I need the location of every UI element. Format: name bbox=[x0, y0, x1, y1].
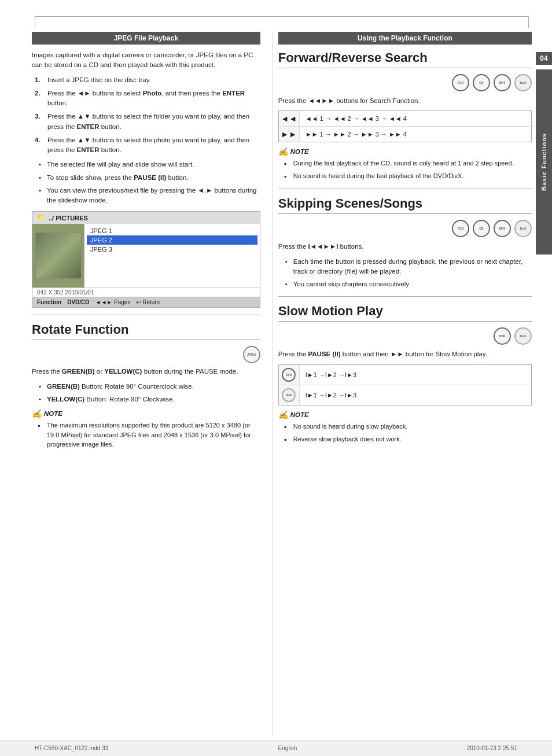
bullet-3: • You can view the previous/next file by… bbox=[39, 186, 260, 206]
fr-note-text-2: No sound is heard during the fast playba… bbox=[293, 171, 464, 182]
jpeg-bullets: • The selected file will play and slide … bbox=[39, 160, 260, 205]
forward-icon-cell: ►► bbox=[279, 127, 300, 142]
step-2: 2. Press the ◄► buttons to select Photo,… bbox=[35, 88, 260, 109]
folder-icon: 📁 bbox=[37, 214, 45, 222]
fb-image-preview bbox=[35, 233, 82, 279]
forward-reverse-intro: Press the ◄◄►► buttons for Search Functi… bbox=[278, 96, 532, 106]
bullet-1: • The selected file will play and slide … bbox=[39, 160, 260, 169]
skipping-cd-icon: CD bbox=[473, 220, 490, 237]
side-tab: Basic Functions bbox=[536, 69, 552, 255]
footer: HT-C550-XAC_0122.indd 33 English 2010-01… bbox=[0, 740, 552, 756]
file-item-jpeg1[interactable]: JPEG 1 bbox=[87, 226, 257, 235]
skipping-divider bbox=[278, 189, 532, 189]
fr-note-bullet-2: ▪ bbox=[284, 171, 293, 182]
rotate-bullet-1: • GREEN(B) Button: Rotate 90° Counterclo… bbox=[39, 382, 260, 392]
jpeg-disc-icon: JPEG bbox=[243, 346, 260, 363]
rotate-note: ✍ NOTE ▪ The maximum resolutions support… bbox=[32, 409, 260, 449]
file-item-jpeg3[interactable]: JPEG 3 bbox=[87, 245, 257, 254]
step-4-text: Press the ▲▼ buttons to select the photo… bbox=[47, 135, 260, 156]
slow-motion-note-label: NOTE bbox=[290, 411, 309, 418]
skipping-mp3-icon: MP3 bbox=[494, 220, 511, 237]
forward-reverse-disc-icons: DVD CD MP3 DivX bbox=[278, 74, 532, 91]
slow-motion-intro: Press the PAUSE (II) button and then ►► … bbox=[278, 349, 532, 359]
fb-function-label[interactable]: Function bbox=[37, 299, 61, 305]
bullet-2: • To stop slide show, press the PAUSE (I… bbox=[39, 173, 260, 183]
rewind-seq: ◄◄ 1 → ◄◄ 2 → ◄◄ 3 → ◄◄ 4 bbox=[300, 112, 413, 125]
side-tab-number: 04 bbox=[536, 52, 552, 65]
forward-reverse-note-label: NOTE bbox=[290, 148, 309, 155]
fb-footer: Function DVD/CD ◄◄► Pages ↩ Return bbox=[32, 297, 260, 307]
rotate-bullet-1-text: GREEN(B) Button: Rotate 90° Counterclock… bbox=[47, 382, 194, 392]
skipping-bullet-2-text: You cannot skip chapters consecutively. bbox=[293, 279, 411, 289]
slow-motion-disc-icons: DVD DivX bbox=[278, 327, 532, 345]
search-row-forward: ►► ►► 1 → ►► 2 → ►► 3 → ►► 4 bbox=[279, 127, 531, 142]
search-row-rewind: ◄◄ ◄◄ 1 → ◄◄ 2 → ◄◄ 3 → ◄◄ 4 bbox=[279, 111, 531, 127]
slow-divx-disc: DivX bbox=[282, 388, 296, 402]
bullet-dot-2: • bbox=[39, 173, 47, 183]
slow-dvd-seq: I►1 →I►2 →I►3 bbox=[300, 368, 362, 381]
slow-dvd-disc: DVD bbox=[282, 368, 296, 382]
rotate-intro: Press the GREEN(B) or YELLOW(C) button d… bbox=[32, 367, 260, 377]
skipping-intro: Press the I◄◄►►I buttons. bbox=[278, 242, 532, 252]
fr-note-bullet-1: ▪ bbox=[284, 158, 293, 169]
skipping-bullet-2: • You cannot skip chapters consecutively… bbox=[285, 279, 532, 289]
footer-page: English bbox=[278, 745, 297, 751]
rotate-note-bullet: ▪ bbox=[38, 421, 47, 449]
rotate-divider bbox=[32, 315, 260, 315]
step-4-num: 4. bbox=[35, 135, 45, 156]
rotate-note-title: ✍ NOTE bbox=[32, 409, 260, 418]
fr-note-item-2: ▪ No sound is heard during the fast play… bbox=[278, 171, 532, 182]
fb-thumbnail bbox=[32, 224, 84, 287]
step-1-num: 1. bbox=[35, 75, 45, 85]
rotate-note-label: NOTE bbox=[44, 410, 62, 417]
skipping-bullet-1-text: Each time the button is pressed during p… bbox=[293, 257, 532, 277]
jpeg-disc-label: JPEG bbox=[247, 353, 256, 356]
divx-disc-icon: DivX bbox=[514, 74, 532, 91]
rotate-note-item-1: ▪ The maximum resolutions supported by t… bbox=[32, 421, 260, 449]
fb-dvdcd-label: DVD/CD bbox=[67, 299, 89, 305]
note-pencil-icon-2: ✍ bbox=[278, 147, 288, 156]
skipping-dvd-icon: DVD bbox=[452, 220, 469, 237]
rotate-bullets: • GREEN(B) Button: Rotate 90° Counterclo… bbox=[39, 382, 260, 405]
skipping-title: Skipping Scenes/Songs bbox=[278, 196, 532, 214]
right-column: Using the Playback Function Forward/Reve… bbox=[272, 32, 532, 736]
rotate-note-text-1: The maximum resolutions supported by thi… bbox=[47, 421, 260, 449]
file-item-jpeg2[interactable]: JPEG 2 bbox=[87, 235, 257, 245]
step-3-num: 3. bbox=[35, 112, 45, 132]
left-column: JPEG File Playback Images captured with … bbox=[32, 32, 272, 736]
slow-divx-icon: DivX bbox=[514, 327, 532, 345]
skipping-disc-icons: DVD CD MP3 DivX bbox=[278, 220, 532, 237]
sm-note-bullet-2: ▪ bbox=[284, 434, 293, 445]
fr-note-item-1: ▪ During the fast playback of the CD, so… bbox=[278, 158, 532, 169]
forward-reverse-note-title: ✍ NOTE bbox=[278, 147, 532, 156]
page-container: 04 Basic Functions JPEG File Playback Im… bbox=[0, 0, 552, 756]
forward-reverse-note: ✍ NOTE ▪ During the fast playback of the… bbox=[278, 147, 532, 182]
right-margin-line bbox=[528, 16, 529, 28]
note-pencil-icon-3: ✍ bbox=[278, 410, 288, 419]
sm-note-item-2: ▪ Reverse slow playback does not work. bbox=[278, 434, 532, 445]
playback-section-header: Using the Playback Function bbox=[278, 32, 532, 45]
step-3-text: Press the ▲▼ buttons to select the folde… bbox=[47, 112, 260, 132]
rewind-icon: ◄◄ bbox=[281, 114, 297, 123]
slow-row-dvd: DVD I►1 →I►2 →I►3 bbox=[279, 365, 531, 385]
footer-left: HT-C550-XAC_0122.indd 33 bbox=[35, 745, 108, 751]
forward-reverse-title: Forward/Reverse Search bbox=[278, 50, 532, 68]
rewind-icon-cell: ◄◄ bbox=[279, 111, 300, 126]
fr-note-text-1: During the fast playback of the CD, soun… bbox=[293, 158, 514, 169]
top-margin-line bbox=[35, 16, 529, 17]
rotate-dot-2: • bbox=[39, 394, 47, 404]
mp3-disc-icon: MP3 bbox=[494, 74, 511, 91]
step-2-text: Press the ◄► buttons to select Photo, an… bbox=[47, 88, 260, 109]
cd-disc-icon: CD bbox=[473, 74, 490, 91]
fb-image-info: 642 X 352 2010/01/01 bbox=[32, 287, 260, 297]
fb-body: JPEG 1 JPEG 2 JPEG 3 bbox=[32, 224, 260, 287]
step-1-text: Insert a JPEG disc on the disc tray. bbox=[47, 75, 151, 85]
rotate-disc-icons: JPEG bbox=[32, 346, 260, 363]
bullet-3-text: You can view the previous/next file by p… bbox=[47, 186, 260, 206]
slow-divx-seq: I►1 →I►2 →I►3 bbox=[300, 389, 362, 401]
fb-header-text: ../ PICTURES bbox=[49, 215, 88, 222]
slow-dvd-cell: DVD bbox=[279, 365, 300, 385]
fb-return-label[interactable]: ↩ Return bbox=[136, 299, 160, 305]
fb-header: 📁 ../ PICTURES bbox=[32, 212, 260, 224]
left-margin-line bbox=[35, 16, 35, 28]
